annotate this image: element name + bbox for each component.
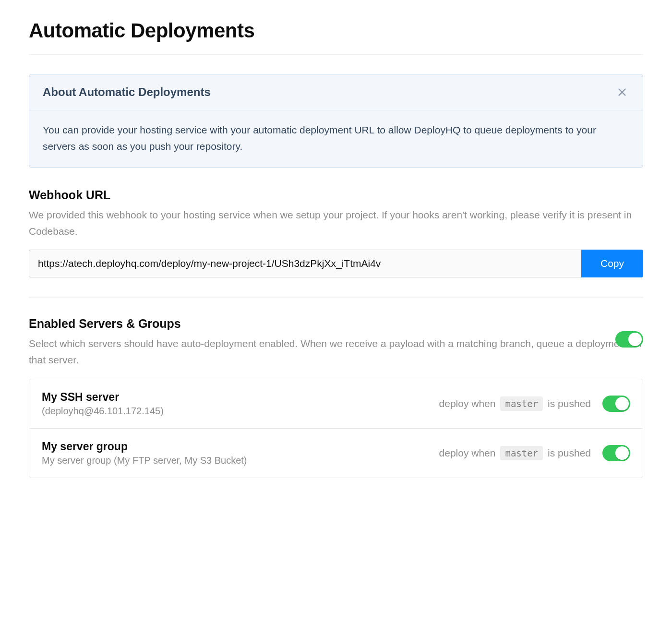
info-close-button[interactable]: [615, 85, 629, 99]
info-box-body: You can provide your hosting service wit…: [29, 110, 643, 168]
info-box-title: About Automatic Deployments: [43, 85, 211, 99]
copy-button[interactable]: Copy: [581, 250, 643, 277]
server-list: My SSH server (deployhq@46.101.172.145) …: [29, 379, 643, 478]
deploy-prefix: deploy when: [439, 398, 496, 409]
deploy-prefix: deploy when: [439, 447, 496, 459]
server-toggle[interactable]: [602, 396, 630, 412]
server-row: My SSH server (deployhq@46.101.172.145) …: [29, 379, 643, 428]
info-box-header: About Automatic Deployments: [29, 74, 643, 110]
webhook-url-input[interactable]: [29, 250, 581, 277]
deploy-suffix: is pushed: [548, 447, 591, 459]
server-name: My SSH server: [42, 391, 428, 404]
branch-chip: master: [500, 446, 543, 460]
enabled-heading: Enabled Servers & Groups: [29, 317, 643, 331]
webhook-heading: Webhook URL: [29, 188, 643, 202]
enabled-description: Select which servers should have auto-de…: [29, 336, 643, 368]
section-divider: [29, 297, 643, 298]
info-box: About Automatic Deployments You can prov…: [29, 74, 643, 168]
close-icon: [617, 87, 627, 97]
server-toggle[interactable]: [602, 445, 630, 461]
webhook-description: We provided this webhook to your hosting…: [29, 207, 643, 239]
page-title: Automatic Deployments: [29, 19, 643, 42]
server-sub: My server group (My FTP server, My S3 Bu…: [42, 455, 428, 466]
server-name: My server group: [42, 440, 428, 453]
deploy-condition: deploy when master is pushed: [439, 446, 591, 460]
branch-chip: master: [500, 396, 543, 411]
server-sub: (deployhq@46.101.172.145): [42, 406, 428, 417]
webhook-row: Copy: [29, 250, 643, 277]
deploy-condition: deploy when master is pushed: [439, 396, 591, 411]
global-toggle[interactable]: [615, 331, 643, 348]
server-info: My SSH server (deployhq@46.101.172.145): [42, 391, 428, 417]
server-row: My server group My server group (My FTP …: [29, 428, 643, 478]
deploy-suffix: is pushed: [548, 398, 591, 409]
server-info: My server group My server group (My FTP …: [42, 440, 428, 466]
enabled-block: Enabled Servers & Groups Select which se…: [29, 317, 643, 368]
title-divider: [29, 54, 643, 55]
